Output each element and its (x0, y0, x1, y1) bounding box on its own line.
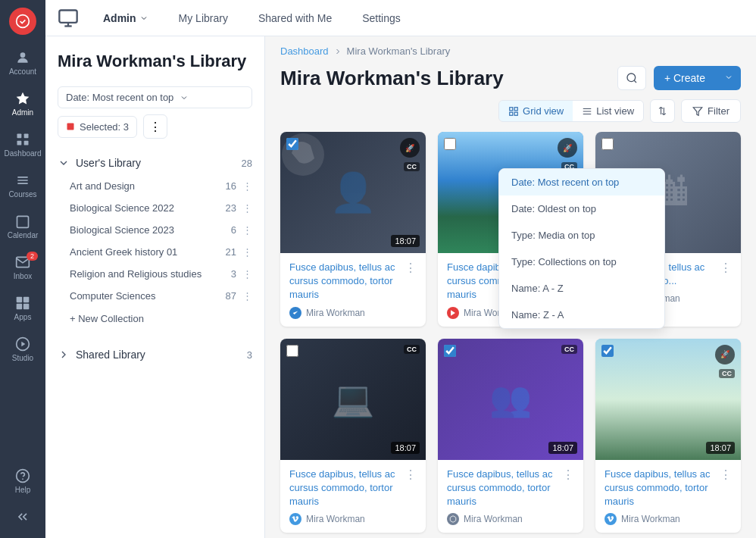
youtube-icon-2 (447, 307, 459, 319)
selected-badge: Selected: 3 (58, 116, 137, 138)
list-view-button[interactable]: List view (573, 101, 643, 121)
svg-marker-28 (693, 107, 702, 115)
search-button[interactable] (617, 66, 646, 90)
author-icon-1 (289, 307, 301, 319)
library-item-art-design[interactable]: Art and Design 16 ⋮ (45, 175, 264, 197)
sidebar-item-inbox[interactable]: Inbox 2 (3, 249, 42, 286)
item-menu-icon[interactable]: ⋮ (242, 224, 252, 236)
breadcrumb-home[interactable]: Dashboard (280, 45, 329, 57)
grid-area: 👤 🚀 CC 18:07 Fusce dapibus, tellus ac cu… (265, 132, 756, 538)
svg-rect-5 (24, 141, 29, 145)
create-main[interactable]: + Create (654, 66, 716, 90)
sort-dropdown: Date: Most recent on top Date: Oldest on… (498, 168, 665, 329)
create-button[interactable]: + Create (654, 66, 741, 90)
sort-option-name-za[interactable]: Name: Z - A (499, 302, 664, 328)
topnav-admin[interactable]: Admin (97, 9, 155, 27)
page-header: Mira Workman's Library + Create (265, 60, 756, 99)
card-meta-6: Mira Workman (604, 513, 720, 525)
sidebar-item-apps[interactable]: Apps (3, 289, 42, 327)
card-menu-5[interactable]: ⋮ (562, 468, 574, 482)
page-title-sidebar: Mira Workman's Library (58, 52, 252, 71)
card-thumb-1: 👤 🚀 CC 18:07 (280, 132, 426, 253)
sort-option-name-az[interactable]: Name: A - Z (499, 275, 664, 302)
sort-option-media[interactable]: Type: Media on top (499, 222, 664, 249)
sidebar-item-dashboard[interactable]: Dashboard (3, 126, 42, 164)
library-item-bio-2023[interactable]: Biological Science 2023 6 ⋮ (45, 219, 264, 241)
sort-bar: Date: Most recent on top (45, 80, 264, 114)
right-panel: Dashboard Mira Workman's Library Mira Wo… (265, 36, 756, 538)
sort-option-recent[interactable]: Date: Most recent on top (499, 169, 664, 195)
card-menu-1[interactable]: ⋮ (405, 261, 417, 275)
sidebar-item-studio[interactable]: Studio (3, 330, 42, 368)
breadcrumb: Dashboard Mira Workman's Library (265, 36, 756, 60)
item-menu-icon[interactable]: ⋮ (242, 268, 252, 280)
create-caret[interactable] (717, 66, 741, 90)
topnav: Admin My Library Shared with Me Settings (45, 0, 756, 36)
vimeo-icon-6 (604, 513, 617, 525)
sidebar-item-account[interactable]: Account (3, 44, 42, 82)
sidebar-item-courses[interactable]: Courses (3, 167, 42, 205)
toolbar: Grid view List view ⇅ Filter (265, 99, 756, 132)
svg-marker-30 (451, 310, 455, 316)
sort-option-oldest[interactable]: Date: Oldest on top (499, 195, 664, 222)
card-menu-3[interactable]: ⋮ (720, 261, 732, 275)
library-item-religion[interactable]: Religion and Religious studies 3 ⋮ (45, 263, 264, 285)
app-logo[interactable] (9, 8, 36, 35)
topnav-shared-with-me[interactable]: Shared with Me (252, 9, 338, 27)
cc-badge-4: CC (404, 345, 420, 354)
main-area: Admin My Library Shared with Me Settings… (45, 0, 756, 538)
svg-rect-6 (17, 216, 29, 227)
sidebar-item-help[interactable]: Help (3, 462, 42, 500)
sort-option-collections[interactable]: Type: Collections on top (499, 249, 664, 275)
svg-rect-7 (17, 297, 23, 303)
item-menu-icon[interactable]: ⋮ (242, 246, 252, 258)
card-thumb-4: 💻 CC 18:07 (280, 339, 426, 460)
item-menu-icon[interactable]: ⋮ (242, 180, 252, 192)
filter-button[interactable]: Filter (681, 99, 741, 123)
svg-rect-18 (67, 124, 74, 130)
card-body-4: Fusce dapibus, tellus ac cursus commodo,… (280, 460, 426, 533)
rocket-badge-1: 🚀 (400, 138, 420, 158)
shared-library-header[interactable]: Shared Library 3 (45, 343, 264, 367)
users-library-header[interactable]: User's Library 28 (45, 151, 264, 175)
sidebar-item-admin[interactable]: Admin (3, 85, 42, 123)
item-menu-icon[interactable]: ⋮ (242, 202, 252, 214)
new-collection-button[interactable]: + New Collection (45, 307, 264, 330)
topnav-settings[interactable]: Settings (356, 9, 407, 27)
svg-rect-23 (510, 112, 513, 115)
more-options-button[interactable]: ⋮ (143, 114, 167, 139)
checkbox-6[interactable] (601, 345, 614, 360)
checkbox-1[interactable] (286, 138, 298, 153)
card-title-5[interactable]: Fusce dapibus, tellus ac cursus commodo,… (447, 468, 562, 509)
svg-rect-10 (23, 304, 30, 310)
sort-select[interactable]: Date: Most recent on top (58, 86, 252, 108)
card-menu-6[interactable]: ⋮ (720, 468, 732, 482)
checkbox-2[interactable] (444, 138, 456, 153)
left-panel-header: Mira Workman's Library (45, 36, 264, 80)
grid-view-button[interactable]: Grid view (499, 101, 573, 121)
left-panel: Mira Workman's Library Date: Most recent… (45, 36, 265, 538)
checkbox-3[interactable] (601, 138, 614, 153)
library-item-computer[interactable]: Computer Sciences 87 ⋮ (45, 285, 264, 307)
svg-rect-4 (17, 141, 22, 145)
svg-point-19 (627, 74, 636, 82)
checkbox-5[interactable] (444, 345, 456, 360)
svg-rect-22 (514, 107, 517, 110)
topnav-my-library[interactable]: My Library (173, 9, 234, 27)
card-title-4[interactable]: Fusce dapibus, tellus ac cursus commodo,… (289, 468, 405, 509)
checkbox-4[interactable] (286, 345, 298, 360)
card-title-6[interactable]: Fusce dapibus, tellus ac cursus commodo,… (604, 468, 720, 509)
card-menu-4[interactable]: ⋮ (405, 468, 417, 482)
users-library-section: User's Library 28 Art and Design 16 ⋮ Bi… (45, 145, 264, 336)
sidebar-item-calendar[interactable]: Calendar (3, 208, 42, 246)
item-menu-icon[interactable]: ⋮ (242, 290, 252, 302)
topnav-brand (58, 8, 79, 29)
library-item-bio-2022[interactable]: Biological Science 2022 23 ⋮ (45, 197, 264, 219)
card-title-1[interactable]: Fusce dapibus, tellus ac cursus commodo,… (289, 261, 405, 302)
vimeo-icon-4 (289, 513, 301, 525)
card-body-6: Fusce dapibus, tellus ac cursus commodo,… (595, 460, 741, 533)
svg-rect-9 (17, 304, 23, 310)
library-item-ancient-greek[interactable]: Ancient Greek history 01 21 ⋮ (45, 241, 264, 263)
sidebar-collapse-button[interactable] (3, 503, 42, 530)
sort-order-button[interactable]: ⇅ (650, 99, 675, 123)
